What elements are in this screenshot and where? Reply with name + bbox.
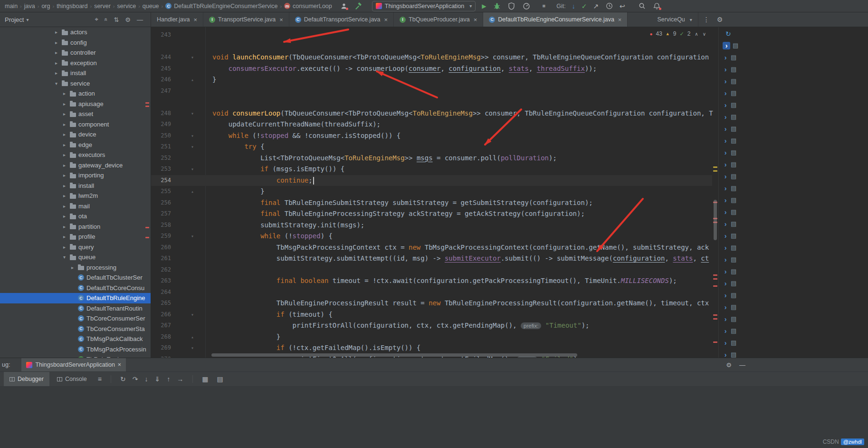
inspections-widget[interactable]: ● 43 ▲ 9 ✓ 2 ∧ ∨ [649, 30, 706, 37]
code-line[interactable]: TbRuleEngineProcessingResult result = ne… [197, 298, 709, 309]
breadcrumb-item[interactable]: thingsboard [57, 3, 87, 10]
tree-item[interactable]: ▸ota [0, 211, 151, 222]
breadcrumb-item[interactable]: java [24, 3, 35, 10]
debug-session-tab[interactable]: ThingsboardServerApplication × [21, 358, 126, 371]
code-row[interactable]: 250▾ while (!stopped && !consumer.isStop… [151, 130, 712, 142]
tree-item[interactable]: CDefaultTbClusterSer [0, 273, 151, 283]
project-view-selector[interactable]: Project [5, 16, 24, 23]
code-line[interactable]: continue; [197, 175, 314, 186]
breadcrumb-class[interactable]: CDefaultTbRuleEngineConsumerService [165, 3, 277, 10]
code-editor[interactable]: 243244▾void launchConsumer(TbQueueConsum… [151, 27, 718, 358]
profiler-button[interactable] [522, 2, 531, 10]
sidebar-error-mark[interactable] [145, 237, 149, 238]
debug-minimize-icon[interactable]: — [739, 361, 745, 369]
code-row[interactable]: 268▴ } [151, 331, 712, 343]
line-number[interactable]: 260 [151, 242, 173, 253]
right-stripe-item[interactable]: ›▤ [719, 265, 868, 277]
run-button[interactable]: ▶ [482, 3, 486, 9]
layout-grid-icon[interactable]: ▦ [202, 375, 208, 383]
fold-icon[interactable]: ▾ [188, 231, 197, 242]
code-line[interactable]: printFirstOrAll(configuration, ctx, ctx.… [197, 320, 590, 331]
code-row[interactable]: 255▴ } [151, 186, 712, 197]
line-number[interactable]: 263 [151, 275, 173, 287]
tree-item[interactable]: ▸actors [0, 27, 151, 38]
right-stripe-item[interactable]: ›▤ [719, 63, 868, 75]
step-out-icon[interactable]: ↑ [167, 375, 170, 383]
tab-close-icon[interactable]: × [618, 16, 622, 23]
code-line[interactable]: consumersExecutor.execute(() -> consumer… [197, 63, 597, 75]
tree-item[interactable]: ▸edge [0, 140, 151, 150]
line-number[interactable]: 267 [151, 320, 173, 331]
show-execution-point-icon[interactable]: ↻ [120, 375, 126, 383]
tree-item[interactable]: ▾service [0, 78, 151, 89]
code-line[interactable] [197, 264, 212, 276]
user-icon[interactable] [340, 2, 348, 10]
editor-tab[interactable]: ITransportService.java× [203, 12, 289, 27]
line-number[interactable]: 265 [151, 298, 173, 309]
tree-item[interactable]: ▸profile [0, 232, 151, 242]
tree-item[interactable]: CDefaultTenantRoutin [0, 303, 151, 314]
code-row[interactable]: 262 [151, 264, 712, 276]
hide-panel-icon[interactable]: — [137, 16, 143, 23]
prev-problem-icon[interactable]: ∧ [695, 31, 698, 37]
tree-item[interactable]: ▸lwm2m [0, 191, 151, 201]
code-row[interactable]: 247 [151, 86, 712, 97]
sync-icon[interactable]: ↻ [725, 30, 731, 38]
code-row[interactable]: 265 TbRuleEngineProcessingResult result … [151, 298, 712, 309]
code-row[interactable]: 267 printFirstOrAll(configuration, ctx, … [151, 320, 712, 331]
line-number[interactable]: 253 [151, 164, 173, 175]
inlay-spacer-row[interactable] [151, 97, 712, 108]
code-line[interactable]: } [197, 186, 265, 197]
line-number[interactable]: 264 [151, 287, 173, 298]
tree-item[interactable]: ▸install [0, 181, 151, 191]
sidebar-error-mark[interactable] [145, 102, 149, 104]
line-number[interactable]: 268 [151, 331, 173, 343]
tab-close-icon[interactable]: × [384, 16, 388, 23]
git-rollback-icon[interactable]: ↩ [620, 3, 625, 10]
code-line[interactable]: void consumerLoop(TbQueueConsumer<TbProt… [197, 108, 713, 119]
code-line[interactable] [197, 287, 212, 298]
code-line[interactable]: final boolean timeout = !ctx.await(confi… [197, 275, 677, 287]
line-number[interactable]: 244 [151, 52, 173, 63]
tree-item[interactable]: ▸apiusage [0, 99, 151, 109]
right-stripe-item[interactable]: ›▤ [719, 313, 868, 325]
code-line[interactable]: List<TbProtoQueueMsg<ToRuleEngineMsg>> m… [197, 153, 557, 164]
code-row[interactable]: 244▾void launchConsumer(TbQueueConsumer<… [151, 52, 712, 63]
git-history-icon[interactable] [605, 2, 613, 10]
tab-close-icon[interactable]: × [279, 16, 283, 23]
editor-tab[interactable]: CDefaultTbRuleEngineConsumerService.java… [483, 12, 628, 27]
line-number[interactable]: 250 [151, 130, 173, 142]
line-number[interactable]: 262 [151, 264, 173, 276]
coverage-button[interactable] [507, 2, 516, 10]
right-stripe-item[interactable]: ›▤ [719, 289, 868, 301]
editor-tab[interactable]: Handler.java× [151, 12, 203, 27]
code-row[interactable]: 266▾ if (timeout) { [151, 309, 712, 321]
tree-item[interactable]: CTbCoreConsumerSta [0, 324, 151, 334]
line-number[interactable]: 246 [151, 74, 173, 86]
vertical-scrollbar-thumb[interactable] [714, 200, 717, 240]
line-number[interactable]: 247 [151, 86, 173, 97]
git-update-icon[interactable]: ↓ [572, 3, 575, 10]
tab-console[interactable]: Console [51, 372, 93, 386]
editor-tab[interactable]: ITbQueueProducer.java× [394, 12, 483, 27]
code-line[interactable]: if (timeout) { [197, 309, 333, 321]
right-stripe-item[interactable]: ›▤ [719, 146, 868, 158]
line-number[interactable]: 269 [151, 342, 173, 354]
tab-debugger[interactable]: Debugger [4, 372, 49, 386]
code-row[interactable]: 263 final boolean timeout = !ctx.await(c… [151, 275, 712, 287]
stripe-mark[interactable] [713, 166, 717, 168]
code-row[interactable]: 245 consumersExecutor.execute(() -> cons… [151, 63, 712, 75]
code-line[interactable]: final TbRuleEngineSubmitStrategy submitS… [197, 197, 593, 209]
editor-tab[interactable]: ServiceQu▾ [651, 12, 698, 27]
step-into-icon[interactable]: ↓ [144, 375, 148, 383]
right-stripe-item[interactable]: ›▤ [719, 123, 868, 135]
stripe-mark[interactable] [713, 170, 717, 172]
line-number[interactable]: 259 [151, 231, 173, 242]
tree-item[interactable]: ▸device [0, 129, 151, 140]
line-number[interactable]: 249 [151, 119, 173, 130]
code-row[interactable]: 256 final TbRuleEngineSubmitStrategy sub… [151, 197, 712, 209]
tree-item[interactable]: ▸config [0, 38, 151, 48]
code-row[interactable]: 254 continue; [151, 175, 712, 186]
tab-close-icon[interactable]: × [194, 16, 198, 23]
sidebar-error-mark[interactable] [145, 106, 149, 107]
